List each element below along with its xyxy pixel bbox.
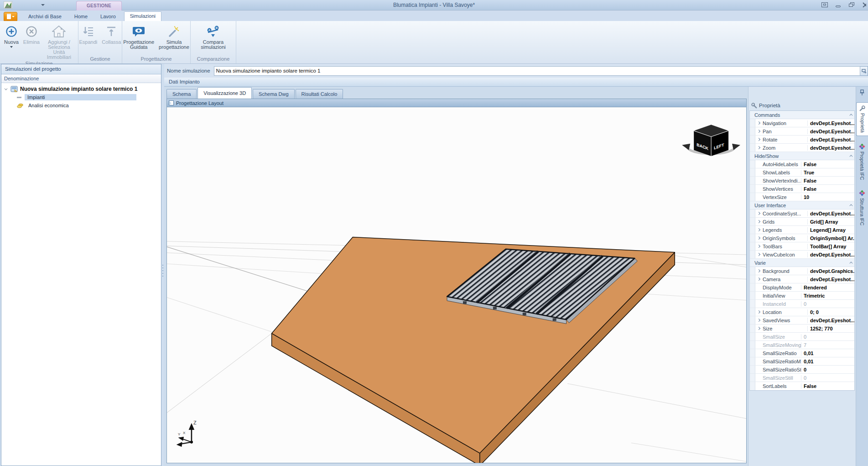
tab-archivi-di-base[interactable]: Archivi di Base	[24, 12, 66, 21]
property-row[interactable]: ToolBarsToolBar[] Array	[750, 242, 854, 251]
property-row[interactable]: BackgrounddevDept.Graphics....	[750, 267, 854, 275]
balance-scale-icon: AB	[206, 25, 220, 38]
tab-lavoro[interactable]: Lavoro	[96, 12, 120, 21]
property-row[interactable]: GridsGrid[] Array	[750, 218, 854, 226]
property-row[interactable]: OriginSymbolsOriginSymbol[] Ar...	[750, 234, 854, 242]
expand-icon[interactable]	[755, 130, 762, 132]
tab-schema-dwg[interactable]: Schema Dwg	[253, 89, 294, 99]
expand-icon[interactable]	[755, 237, 762, 239]
main-area: Simulazioni del progetto Denominazione N…	[0, 64, 868, 466]
expand-icon[interactable]	[755, 122, 762, 124]
ribbon-group-simulazione: Nuova Elimina Aggiungi / SelezionaUnità …	[0, 21, 78, 63]
property-row[interactable]: VertexSize10	[750, 193, 854, 201]
property-row[interactable]: Location0; 0	[750, 308, 854, 316]
category-hide-show[interactable]: Hide/Show	[750, 152, 854, 160]
expand-icon[interactable]	[755, 319, 762, 321]
expand-icon[interactable]	[755, 147, 762, 149]
vertical-splitter[interactable]	[161, 64, 164, 466]
property-row[interactable]: ZoomdevDept.Eyeshot....	[750, 144, 854, 152]
elimina-button[interactable]: Elimina	[21, 24, 42, 46]
rename-button[interactable]	[860, 66, 868, 76]
expand-icon[interactable]	[755, 229, 762, 231]
tab-home[interactable]: Home	[70, 12, 92, 21]
chevron-down-icon	[12, 16, 15, 19]
tree-item-analisi-economica[interactable]: Analisi economica	[1, 101, 161, 110]
axis-y-label: Y	[178, 432, 181, 436]
expand-icon[interactable]	[755, 245, 762, 247]
property-row[interactable]: SortLabelsFalse	[750, 382, 854, 390]
property-row[interactable]: ShowLabelsTrue	[750, 168, 854, 177]
collapse-icon[interactable]	[846, 155, 854, 157]
collapse-icon[interactable]	[846, 114, 854, 116]
3d-viewport[interactable]: BACK LEFT	[167, 107, 746, 463]
expand-icon[interactable]	[755, 212, 762, 215]
fullscreen-button[interactable]	[821, 2, 828, 7]
tab-visualizzazione-3d[interactable]: Visualizzazione 3D	[198, 87, 252, 99]
aggiungi-seleziona-button[interactable]: Aggiungi / SelezionaUnità Immobiliari	[42, 24, 76, 61]
property-row[interactable]: AutoHideLabelsFalse	[750, 160, 854, 168]
expand-icon[interactable]	[755, 270, 762, 272]
project-simulations-panel: Simulazioni del progetto Denominazione N…	[1, 64, 161, 466]
collapse-icon[interactable]	[846, 262, 854, 264]
tree-item-impianti[interactable]: Impianti	[1, 93, 161, 101]
property-row[interactable]: RotatedevDept.Eyeshot....	[750, 136, 854, 144]
category-user-interface[interactable]: User Interface	[750, 201, 854, 209]
side-tab-struttura-ifc[interactable]: Struttura IFC	[859, 187, 865, 228]
close-button[interactable]	[863, 2, 866, 7]
expand-icon[interactable]	[755, 278, 762, 280]
side-tab-proprieta-ifc[interactable]: Proprietà IFC	[859, 141, 865, 183]
property-row[interactable]: ShowVertexIndi...False	[750, 177, 854, 185]
tab-schema[interactable]: Schema	[166, 89, 197, 99]
progettazione-guidata-button[interactable]: ProgettazioneGuidata	[121, 24, 156, 51]
property-row[interactable]: SmallSizeRatioM...0,01	[750, 357, 854, 366]
nuova-button[interactable]: Nuova	[2, 24, 21, 50]
application-menu-button[interactable]	[4, 12, 17, 21]
property-row[interactable]: SmallSizeRatioStill0	[750, 366, 854, 374]
progettazione-layout-bar[interactable]: Progettazione Layout	[167, 99, 746, 107]
restore-button[interactable]	[849, 2, 855, 7]
property-row[interactable]: ViewCubeIcondevDept.Eyeshot....	[750, 251, 854, 259]
pin-icon[interactable]	[859, 89, 865, 96]
property-row[interactable]: CoordinateSyst...devDept.Eyeshot....	[750, 209, 854, 218]
expand-icon[interactable]	[755, 253, 762, 256]
minimize-button[interactable]	[835, 2, 842, 7]
dropdown-arrow-icon	[10, 46, 13, 49]
expand-icon[interactable]	[755, 138, 762, 141]
column-header-denominazione[interactable]: Denominazione	[1, 74, 161, 83]
coins-icon	[17, 103, 23, 109]
group-label-gestione: Gestione	[78, 56, 122, 63]
tab-risultati-calcolo[interactable]: Risultati Calcolo	[296, 89, 343, 99]
category-varie[interactable]: Varie	[750, 259, 854, 267]
category-commands[interactable]: Commands	[750, 111, 854, 119]
tree-root-label: Nuova simulazione impianto solare termic…	[20, 86, 137, 92]
collapse-icon[interactable]	[846, 204, 854, 206]
compara-simulazioni-button[interactable]: AB Comparasimulazioni	[198, 24, 228, 51]
expand-icon[interactable]	[755, 327, 762, 330]
property-row[interactable]: NavigationdevDept.Eyeshot....	[750, 119, 854, 127]
side-tab-proprieta[interactable]: Proprietà	[856, 102, 868, 136]
tab-simulazioni[interactable]: Simulazioni	[124, 11, 161, 21]
tree-root-row[interactable]: Nuova simulazione impianto solare termic…	[1, 85, 161, 93]
property-row[interactable]: DisplayModeRendered	[750, 283, 854, 292]
property-row[interactable]: CameradevDept.Eyeshot....	[750, 275, 854, 283]
expand-rows-icon	[82, 25, 94, 38]
svg-text:B: B	[216, 26, 218, 29]
splitter-grip[interactable]	[162, 265, 163, 278]
property-row[interactable]: Size1252; 770	[750, 325, 854, 333]
wrench-icon	[859, 105, 865, 111]
espandi-button[interactable]: Espandi	[77, 24, 100, 46]
property-row[interactable]: LegendsLegend[] Array	[750, 226, 854, 234]
property-row[interactable]: SmallSizeRatio0,01	[750, 349, 854, 357]
properties-caption: Proprietà	[748, 100, 856, 110]
property-row[interactable]: ShowVerticesFalse	[750, 185, 854, 193]
property-row[interactable]: PandevDept.Eyeshot....	[750, 127, 854, 136]
tree-collapse-icon[interactable]	[4, 87, 9, 91]
property-row[interactable]: InitialViewTrimetric	[750, 292, 854, 300]
expand-icon[interactable]	[755, 311, 762, 313]
collapse-rows-icon	[105, 25, 118, 38]
property-row[interactable]: SavedViewsdevDept.Eyeshot....	[750, 316, 854, 325]
collassa-button[interactable]: Collassa	[99, 24, 123, 46]
simulation-name-input[interactable]	[214, 66, 860, 76]
simula-progettazione-button[interactable]: Simulaprogettazione	[156, 24, 192, 51]
expand-icon[interactable]	[755, 220, 762, 223]
